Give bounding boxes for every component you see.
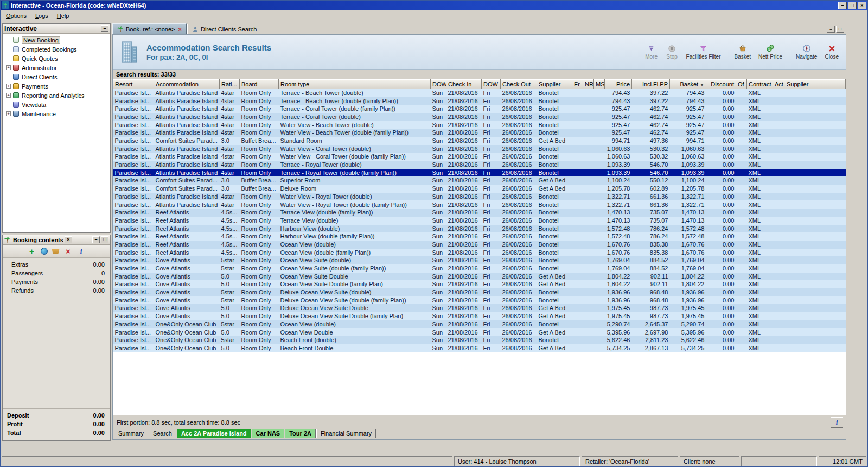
result-row[interactable]: Paradise Isl...Reef Atlantis4.5s...Room …: [113, 249, 846, 257]
column-header-ms[interactable]: MS: [594, 80, 605, 89]
bottom-tab-summary[interactable]: Summary: [114, 429, 148, 438]
column-header-price[interactable]: Price: [605, 80, 632, 89]
column-header-contract[interactable]: Contract: [747, 80, 773, 89]
facilities-filter-button[interactable]: Facilities Filter: [682, 42, 725, 61]
result-row[interactable]: Paradise Isl...Cove Atlantis5starRoom On…: [113, 256, 846, 264]
result-row[interactable]: Paradise Isl...Comfort Suites Parad...3.…: [113, 176, 846, 185]
result-row[interactable]: Paradise Isl...Atlantis Paradise Island4…: [113, 89, 846, 97]
child-minimize-button[interactable]: [827, 26, 835, 33]
sidebar-item-completed-bookings[interactable]: Completed Bookings: [3, 45, 110, 54]
window-close-button[interactable]: [858, 2, 866, 9]
bottom-tab-financial-summary[interactable]: Financial Summary: [316, 429, 376, 438]
result-row[interactable]: Paradise Isl...Reef Atlantis4.5s...Room …: [113, 217, 846, 225]
sidebar-item-direct-clients[interactable]: Direct Clients: [3, 72, 110, 81]
menu-logs[interactable]: Logs: [31, 11, 53, 20]
result-row[interactable]: Paradise Isl...Atlantis Paradise Island4…: [113, 129, 846, 137]
bottom-tab-car-nas[interactable]: Car NAS: [252, 429, 285, 438]
delete-icon[interactable]: [64, 247, 73, 256]
expand-plus-icon[interactable]: +: [6, 84, 11, 89]
result-row[interactable]: Paradise Isl...Atlantis Paradise Island4…: [113, 113, 846, 121]
close-button[interactable]: Close: [821, 42, 843, 61]
window-minimize-button[interactable]: [838, 2, 847, 9]
tab-direct-clients-search[interactable]: Direct Clients Search: [187, 24, 261, 34]
column-header-dow[interactable]: DOW: [431, 80, 446, 89]
column-header-resort[interactable]: Resort: [113, 80, 154, 89]
column-header-nr[interactable]: NR: [583, 80, 594, 89]
column-header-room-type[interactable]: Room type: [279, 80, 431, 89]
column-header-supplier[interactable]: Supplier: [537, 80, 572, 89]
menu-options[interactable]: Options: [2, 11, 31, 20]
child-restore-button[interactable]: [836, 26, 844, 33]
result-row[interactable]: Paradise Isl...Reef Atlantis4.5s...Room …: [113, 225, 846, 233]
result-row[interactable]: Paradise Isl...Cove Atlantis5starRoom On…: [113, 264, 846, 273]
result-row[interactable]: Paradise Isl...One&Only Ocean Club5.0Roo…: [113, 344, 846, 352]
sidebar-item-maintenance[interactable]: +Maintenance: [3, 109, 110, 118]
result-row[interactable]: Paradise Isl...Cove Atlantis5.0Room Only…: [113, 280, 846, 288]
expand-plus-icon[interactable]: +: [6, 65, 11, 70]
column-header-act-supplier[interactable]: Act. Supplier: [773, 80, 819, 89]
sidebar-item-reporting-and-analytics[interactable]: +Reporting and Analytics: [3, 91, 110, 100]
column-header-er[interactable]: Er: [572, 80, 583, 89]
result-row[interactable]: Paradise Isl...Atlantis Paradise Island4…: [113, 161, 846, 169]
add-icon[interactable]: [28, 247, 36, 256]
result-row[interactable]: Paradise Isl...One&Only Ocean Club5starR…: [113, 320, 846, 329]
cell-act-supplier: [773, 320, 819, 329]
result-row[interactable]: Paradise Isl...Reef Atlantis4.5s...Room …: [113, 232, 846, 241]
booking-contents-restore-button[interactable]: [101, 236, 108, 243]
result-row[interactable]: Paradise Isl...Atlantis Paradise Island4…: [113, 97, 846, 105]
column-header-basket[interactable]: Basket▼: [670, 80, 706, 89]
result-row[interactable]: Paradise Isl...Comfort Suites Parad...3.…: [113, 185, 846, 193]
booking-contents-minimize-button[interactable]: [92, 236, 100, 243]
menu-help[interactable]: Help: [53, 11, 74, 20]
result-row[interactable]: Paradise Isl...Reef Atlantis4.5s...Room …: [113, 209, 846, 217]
sidebar-item-payments[interactable]: +Payments: [3, 81, 110, 91]
result-row[interactable]: Paradise Isl...Atlantis Paradise Island4…: [113, 105, 846, 113]
result-row[interactable]: Paradise Isl...Cove Atlantis5.0Room Only…: [113, 304, 846, 312]
booking-contents-close-button[interactable]: [65, 236, 72, 243]
info-button[interactable]: [831, 417, 843, 428]
result-row[interactable]: Paradise Isl...Atlantis Paradise Island4…: [113, 145, 846, 153]
nett-price-button[interactable]: $Nett Price: [755, 42, 786, 61]
result-row[interactable]: Paradise Isl...Cove Atlantis5.0Room Only…: [113, 273, 846, 281]
expand-plus-icon[interactable]: +: [6, 111, 11, 116]
sidebar-item-quick-quotes[interactable]: Quick Quotes: [3, 54, 110, 63]
cell-dow: Fri: [482, 232, 501, 241]
column-header-check-in[interactable]: Check In: [446, 80, 482, 89]
result-row[interactable]: Paradise Isl...Cove Atlantis5starRoom On…: [113, 288, 846, 296]
sidebar-item-administrator[interactable]: +Administrator: [3, 63, 110, 72]
column-header-discount[interactable]: Discount: [706, 80, 736, 89]
result-row[interactable]: Paradise Isl...Reef Atlantis4.5s...Room …: [113, 241, 846, 249]
result-row[interactable]: Paradise Isl...Atlantis Paradise Island4…: [113, 200, 846, 209]
basket-icon[interactable]: [52, 248, 60, 254]
bottom-tab-search[interactable]: Search: [149, 429, 176, 438]
result-row[interactable]: Paradise Isl...Cove Atlantis5starRoom On…: [113, 296, 846, 305]
sidebar-collapse-button[interactable]: [101, 25, 108, 32]
column-header-board[interactable]: Board: [240, 80, 279, 89]
column-header-accommodation[interactable]: Accommodation: [154, 80, 220, 89]
bottom-tab-acc-2a-paradise-island[interactable]: Acc 2A Paradise Island: [177, 429, 251, 438]
column-header-of[interactable]: Of: [736, 80, 747, 89]
result-row[interactable]: Paradise Isl...Cove Atlantis5.0Room Only…: [113, 312, 846, 320]
bottom-tab-tour-2a[interactable]: Tour 2A: [285, 429, 316, 438]
basket-button[interactable]: Basket: [730, 42, 755, 61]
result-row[interactable]: Paradise Isl...Atlantis Paradise Island4…: [113, 169, 846, 177]
result-row[interactable]: Paradise Isl...Atlantis Paradise Island4…: [113, 153, 846, 161]
globe-icon[interactable]: [41, 248, 48, 255]
expand-plus-icon[interactable]: +: [6, 93, 11, 98]
tab-close-icon[interactable]: ×: [178, 26, 182, 33]
info-icon[interactable]: [77, 247, 86, 256]
result-row[interactable]: Paradise Isl...Atlantis Paradise Island4…: [113, 121, 846, 129]
sidebar-item-new-booking[interactable]: New Booking: [3, 35, 110, 45]
result-row[interactable]: Paradise Isl...Comfort Suites Parad...3.…: [113, 137, 846, 145]
column-header-check-out[interactable]: Check Out: [501, 80, 537, 89]
column-header-dow[interactable]: DOW: [482, 80, 501, 89]
tab-book-ref-none[interactable]: Book. ref.: <none>×: [112, 23, 187, 34]
result-row[interactable]: Paradise Isl...One&Only Ocean Club5.0Roo…: [113, 328, 846, 336]
column-header-incl-fl-pp[interactable]: Incl.Fl.PP: [632, 80, 670, 89]
window-maximize-button[interactable]: [848, 2, 857, 9]
sidebar-item-viewdata[interactable]: Viewdata: [3, 100, 110, 109]
column-header-rati[interactable]: Rati...: [220, 80, 240, 89]
result-row[interactable]: Paradise Isl...One&Only Ocean Club5starR…: [113, 336, 846, 344]
navigate-button[interactable]: Navigate: [792, 42, 821, 61]
result-row[interactable]: Paradise Isl...Atlantis Paradise Island4…: [113, 193, 846, 201]
